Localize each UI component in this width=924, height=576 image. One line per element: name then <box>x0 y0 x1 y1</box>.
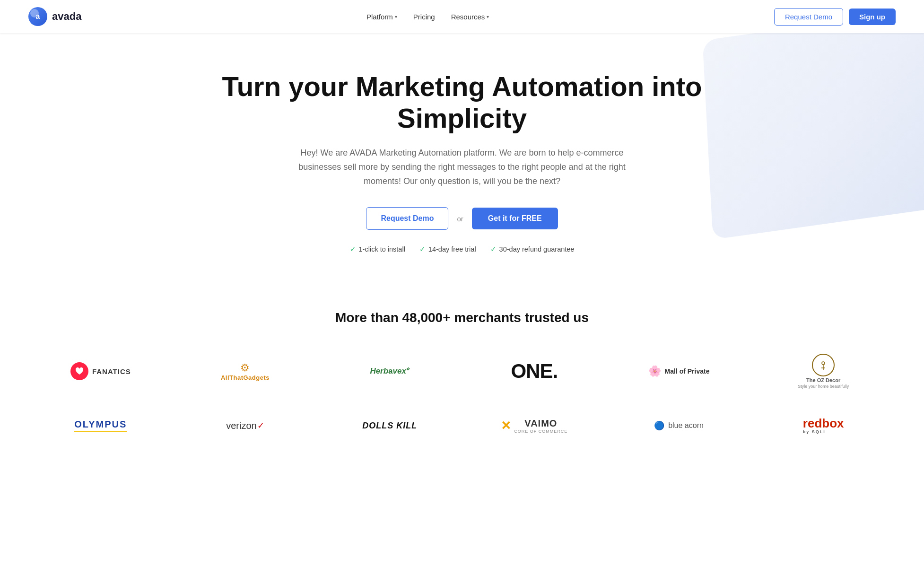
ozdecor-sub: Style your home beautifully <box>798 384 849 389</box>
nav-pricing[interactable]: Pricing <box>407 9 442 25</box>
fanatics-name: FANATICS <box>92 367 131 375</box>
vaimo-text: VAIMO CORE OF COMMERCE <box>514 418 567 434</box>
mop-icon: 🌸 <box>648 365 661 377</box>
nav-actions: Request Demo Sign up <box>774 8 896 26</box>
mop-name: Mall of Private <box>665 367 710 375</box>
navbar: a avada Platform ▾ Pricing Resources ▾ R… <box>0 0 924 33</box>
herbavex-name: Herbavex✿ <box>370 367 410 375</box>
check-icon: ✓ <box>490 245 497 253</box>
request-demo-nav-button[interactable]: Request Demo <box>774 8 843 26</box>
mallofprivate-logo: 🌸 Mall of Private <box>648 365 710 377</box>
list-item: 🌸 Mall of Private <box>607 360 751 382</box>
atg-logo: ⚙ AllThatGadgets <box>221 362 270 381</box>
redbox-name: redbox <box>803 417 844 429</box>
logos-row-1: FANATICS ⚙ AllThatGadgets Herbavex✿ ONE.… <box>28 349 896 393</box>
vaimo-tagline: CORE OF COMMERCE <box>514 429 567 434</box>
fanatics-logo: FANATICS <box>70 362 131 380</box>
dollskill-logo: DOLLS KILL <box>362 421 417 431</box>
check-icon: ✓ <box>419 245 426 253</box>
feature-refund: ✓ 30-day refund guarantee <box>490 245 575 253</box>
nav-resources[interactable]: Resources ▾ <box>445 9 496 25</box>
hero-content: Turn your Marketing Automation into Simp… <box>28 71 896 253</box>
feature-trial: ✓ 14-day free trial <box>419 245 476 253</box>
request-demo-hero-button[interactable]: Request Demo <box>366 207 448 230</box>
trusted-title: More than 48,000+ merchants trusted us <box>28 310 896 325</box>
feature-refund-label: 30-day refund guarantee <box>499 245 575 253</box>
list-item: verizon ✓ <box>173 416 318 436</box>
nav-links: Platform ▾ Pricing Resources ▾ <box>360 9 496 25</box>
hero-cta: Request Demo or Get it for FREE <box>28 207 896 230</box>
list-item: redbox by SQLI <box>751 412 896 439</box>
blueacorn-name: blue acorn <box>668 421 704 430</box>
list-item: ONE. <box>462 355 607 387</box>
list-item: 🔵 blue acorn <box>607 416 751 436</box>
chevron-down-icon: ▾ <box>487 14 489 19</box>
verizon-name: verizon <box>226 420 256 431</box>
trusted-section: More than 48,000+ merchants trusted us F… <box>0 282 924 477</box>
sign-up-nav-button[interactable]: Sign up <box>849 9 896 25</box>
redbox-sub: by SQLI <box>803 429 826 434</box>
redbox-logo: redbox by SQLI <box>803 417 844 434</box>
feature-install: ✓ 1-click to install <box>350 245 405 253</box>
logo-letter: a <box>36 12 40 21</box>
get-it-free-button[interactable]: Get it for FREE <box>472 208 558 229</box>
list-item: ✕ VAIMO CORE OF COMMERCE <box>462 413 607 438</box>
check-icon: ✓ <box>350 245 356 253</box>
svg-point-0 <box>822 362 825 365</box>
ozdecor-logo: The OZ Decor Style your home beautifully <box>798 354 849 389</box>
one-logo: ONE. <box>511 360 558 383</box>
olympus-logo: OLYMPUS <box>74 419 127 432</box>
list-item: OLYMPUS <box>28 414 173 437</box>
hero-section: Turn your Marketing Automation into Simp… <box>0 33 924 282</box>
logos-row-2: OLYMPUS verizon ✓ DOLLS KILL ✕ VAIMO COR… <box>28 412 896 439</box>
hero-title: Turn your Marketing Automation into Simp… <box>202 71 722 134</box>
hero-subtitle: Hey! We are AVADA Marketing Automation p… <box>292 146 632 188</box>
list-item: FANATICS <box>28 358 173 385</box>
vaimo-logo: ✕ VAIMO CORE OF COMMERCE <box>501 418 567 434</box>
atg-name: AllThatGadgets <box>221 374 270 381</box>
feature-install-label: 1-click to install <box>359 245 405 253</box>
verizon-check-icon: ✓ <box>257 420 264 431</box>
logo-name: avada <box>52 10 81 23</box>
ozdecor-name: The OZ Decor <box>806 377 840 383</box>
vaimo-name: VAIMO <box>514 418 567 429</box>
hero-features: ✓ 1-click to install ✓ 14-day free trial… <box>28 245 896 253</box>
list-item: DOLLS KILL <box>317 416 462 436</box>
list-item: Herbavex✿ <box>317 362 462 381</box>
feature-trial-label: 14-day free trial <box>428 245 476 253</box>
hero-or-label: or <box>457 215 463 223</box>
verizon-logo: verizon ✓ <box>226 420 264 431</box>
vaimo-x-icon: ✕ <box>501 419 511 433</box>
nav-platform[interactable]: Platform ▾ <box>360 9 404 25</box>
herbavex-logo: Herbavex✿ <box>370 367 410 376</box>
logo[interactable]: a avada <box>28 7 81 26</box>
blueacorn-icon: 🔵 <box>654 420 664 431</box>
logo-icon: a <box>28 7 47 26</box>
fanatics-heart-icon <box>70 362 88 380</box>
atg-icon: ⚙ <box>240 362 250 374</box>
blueacorn-logo: 🔵 blue acorn <box>654 420 704 431</box>
list-item: ⚙ AllThatGadgets <box>173 357 318 386</box>
chevron-down-icon: ▾ <box>395 14 397 19</box>
ozdecor-circle-icon <box>812 354 835 376</box>
list-item: The OZ Decor Style your home beautifully <box>751 349 896 393</box>
